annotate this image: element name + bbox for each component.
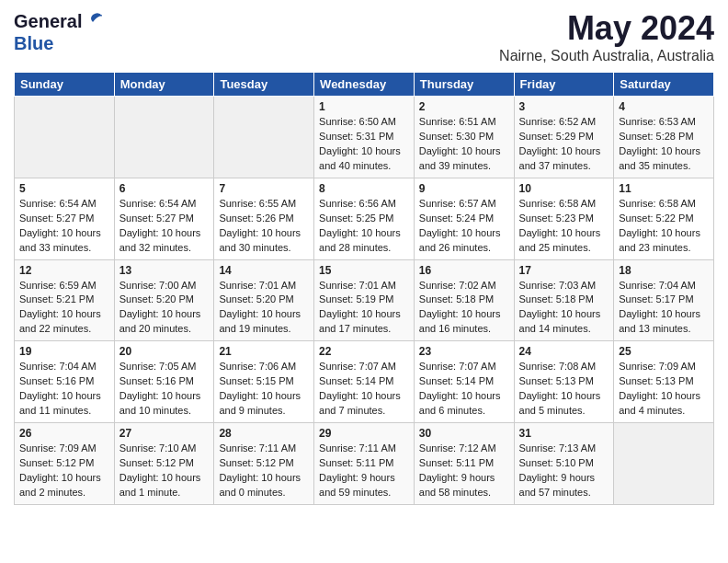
calendar-cell: 30Sunrise: 7:12 AM Sunset: 5:11 PM Dayli… [414, 423, 514, 505]
day-number: 27 [119, 427, 210, 440]
day-number: 16 [419, 264, 509, 277]
calendar-cell: 21Sunrise: 7:06 AM Sunset: 5:15 PM Dayli… [214, 341, 314, 423]
day-number: 10 [519, 182, 609, 195]
day-info: Sunrise: 7:08 AM Sunset: 5:13 PM Dayligh… [519, 360, 609, 419]
weekday-friday: Friday [514, 73, 614, 97]
day-number: 11 [619, 182, 709, 195]
day-number: 24 [519, 345, 609, 358]
weekday-wednesday: Wednesday [314, 73, 415, 97]
week-row-3: 12Sunrise: 6:59 AM Sunset: 5:21 PM Dayli… [15, 259, 714, 341]
day-info: Sunrise: 7:13 AM Sunset: 5:10 PM Dayligh… [519, 442, 609, 500]
day-number: 26 [19, 427, 109, 440]
logo-general: General [14, 11, 82, 32]
day-info: Sunrise: 6:58 AM Sunset: 5:22 PM Dayligh… [619, 197, 709, 256]
calendar-cell: 27Sunrise: 7:10 AM Sunset: 5:12 PM Dayli… [114, 423, 214, 505]
day-number: 3 [519, 100, 609, 113]
calendar-cell: 16Sunrise: 7:02 AM Sunset: 5:18 PM Dayli… [414, 259, 514, 341]
day-number: 9 [419, 182, 509, 195]
calendar-cell [614, 423, 714, 505]
calendar-cell: 24Sunrise: 7:08 AM Sunset: 5:13 PM Dayli… [514, 341, 614, 423]
calendar-cell: 4Sunrise: 6:53 AM Sunset: 5:28 PM Daylig… [614, 97, 714, 178]
day-info: Sunrise: 6:58 AM Sunset: 5:23 PM Dayligh… [519, 197, 609, 256]
day-info: Sunrise: 7:01 AM Sunset: 5:19 PM Dayligh… [319, 279, 409, 338]
day-number: 17 [519, 264, 609, 277]
week-row-5: 26Sunrise: 7:09 AM Sunset: 5:12 PM Dayli… [15, 423, 714, 505]
day-info: Sunrise: 7:11 AM Sunset: 5:11 PM Dayligh… [319, 442, 409, 500]
calendar-cell [15, 97, 115, 178]
day-info: Sunrise: 7:00 AM Sunset: 5:20 PM Dayligh… [119, 279, 210, 338]
calendar-cell: 6Sunrise: 6:54 AM Sunset: 5:27 PM Daylig… [114, 178, 214, 259]
calendar-cell: 1Sunrise: 6:50 AM Sunset: 5:31 PM Daylig… [314, 97, 415, 178]
day-number: 22 [319, 345, 409, 358]
day-info: Sunrise: 7:12 AM Sunset: 5:11 PM Dayligh… [419, 442, 509, 500]
weekday-sunday: Sunday [15, 73, 115, 97]
day-info: Sunrise: 7:04 AM Sunset: 5:16 PM Dayligh… [19, 360, 109, 419]
week-row-1: 1Sunrise: 6:50 AM Sunset: 5:31 PM Daylig… [15, 97, 714, 178]
title-area: May 2024 Nairne, South Australia, Austra… [499, 9, 714, 64]
day-info: Sunrise: 7:10 AM Sunset: 5:12 PM Dayligh… [119, 442, 210, 500]
calendar-cell: 28Sunrise: 7:11 AM Sunset: 5:12 PM Dayli… [214, 423, 314, 505]
day-number: 5 [19, 182, 109, 195]
calendar-cell: 10Sunrise: 6:58 AM Sunset: 5:23 PM Dayli… [514, 178, 614, 259]
day-number: 29 [319, 427, 409, 440]
day-info: Sunrise: 7:02 AM Sunset: 5:18 PM Dayligh… [419, 279, 509, 338]
calendar-cell: 13Sunrise: 7:00 AM Sunset: 5:20 PM Dayli… [114, 259, 214, 341]
logo: General Blue [14, 9, 106, 54]
day-number: 18 [619, 264, 709, 277]
weekday-header-row: SundayMondayTuesdayWednesdayThursdayFrid… [15, 73, 714, 97]
day-number: 12 [19, 264, 109, 277]
calendar-cell: 12Sunrise: 6:59 AM Sunset: 5:21 PM Dayli… [15, 259, 115, 341]
calendar-cell: 11Sunrise: 6:58 AM Sunset: 5:22 PM Dayli… [614, 178, 714, 259]
weekday-thursday: Thursday [414, 73, 514, 97]
location-title: Nairne, South Australia, Australia [499, 48, 714, 64]
day-info: Sunrise: 7:09 AM Sunset: 5:12 PM Dayligh… [19, 442, 109, 500]
day-number: 14 [219, 264, 309, 277]
calendar-cell: 25Sunrise: 7:09 AM Sunset: 5:13 PM Dayli… [614, 341, 714, 423]
day-number: 31 [519, 427, 609, 440]
calendar-cell: 14Sunrise: 7:01 AM Sunset: 5:20 PM Dayli… [214, 259, 314, 341]
calendar-cell [114, 97, 214, 178]
weekday-tuesday: Tuesday [214, 73, 314, 97]
day-info: Sunrise: 6:52 AM Sunset: 5:29 PM Dayligh… [519, 115, 609, 174]
day-number: 8 [319, 182, 409, 195]
day-info: Sunrise: 6:55 AM Sunset: 5:26 PM Dayligh… [219, 197, 309, 256]
calendar-cell: 8Sunrise: 6:56 AM Sunset: 5:25 PM Daylig… [314, 178, 415, 259]
header: General Blue May 2024 Nairne, South Aust… [14, 9, 714, 64]
calendar-cell: 29Sunrise: 7:11 AM Sunset: 5:11 PM Dayli… [314, 423, 415, 505]
calendar-cell [214, 97, 314, 178]
day-info: Sunrise: 7:06 AM Sunset: 5:15 PM Dayligh… [219, 360, 309, 419]
day-number: 25 [619, 345, 709, 358]
calendar-cell: 7Sunrise: 6:55 AM Sunset: 5:26 PM Daylig… [214, 178, 314, 259]
day-info: Sunrise: 7:09 AM Sunset: 5:13 PM Dayligh… [619, 360, 709, 419]
day-number: 28 [219, 427, 309, 440]
calendar-cell: 15Sunrise: 7:01 AM Sunset: 5:19 PM Dayli… [314, 259, 415, 341]
day-info: Sunrise: 6:56 AM Sunset: 5:25 PM Dayligh… [319, 197, 409, 256]
day-number: 30 [419, 427, 509, 440]
day-number: 23 [419, 345, 509, 358]
day-number: 20 [119, 345, 210, 358]
day-number: 21 [219, 345, 309, 358]
day-info: Sunrise: 6:57 AM Sunset: 5:24 PM Dayligh… [419, 197, 509, 256]
calendar-cell: 26Sunrise: 7:09 AM Sunset: 5:12 PM Dayli… [15, 423, 115, 505]
calendar-cell: 23Sunrise: 7:07 AM Sunset: 5:14 PM Dayli… [414, 341, 514, 423]
day-info: Sunrise: 7:04 AM Sunset: 5:17 PM Dayligh… [619, 279, 709, 338]
day-info: Sunrise: 6:59 AM Sunset: 5:21 PM Dayligh… [19, 279, 109, 338]
day-number: 4 [619, 100, 709, 113]
day-info: Sunrise: 6:53 AM Sunset: 5:28 PM Dayligh… [619, 115, 709, 174]
calendar-cell: 17Sunrise: 7:03 AM Sunset: 5:18 PM Dayli… [514, 259, 614, 341]
day-number: 19 [19, 345, 109, 358]
day-info: Sunrise: 6:54 AM Sunset: 5:27 PM Dayligh… [19, 197, 109, 256]
day-number: 15 [319, 264, 409, 277]
day-info: Sunrise: 7:11 AM Sunset: 5:12 PM Dayligh… [219, 442, 309, 500]
week-row-2: 5Sunrise: 6:54 AM Sunset: 5:27 PM Daylig… [15, 178, 714, 259]
weekday-monday: Monday [114, 73, 214, 97]
logo-bird-icon [85, 9, 106, 33]
day-info: Sunrise: 6:54 AM Sunset: 5:27 PM Dayligh… [119, 197, 210, 256]
calendar-cell: 2Sunrise: 6:51 AM Sunset: 5:30 PM Daylig… [414, 97, 514, 178]
calendar-cell: 5Sunrise: 6:54 AM Sunset: 5:27 PM Daylig… [15, 178, 115, 259]
calendar-cell: 31Sunrise: 7:13 AM Sunset: 5:10 PM Dayli… [514, 423, 614, 505]
weekday-saturday: Saturday [614, 73, 714, 97]
calendar-cell: 22Sunrise: 7:07 AM Sunset: 5:14 PM Dayli… [314, 341, 415, 423]
month-title: May 2024 [499, 9, 714, 48]
calendar-cell: 20Sunrise: 7:05 AM Sunset: 5:16 PM Dayli… [114, 341, 214, 423]
